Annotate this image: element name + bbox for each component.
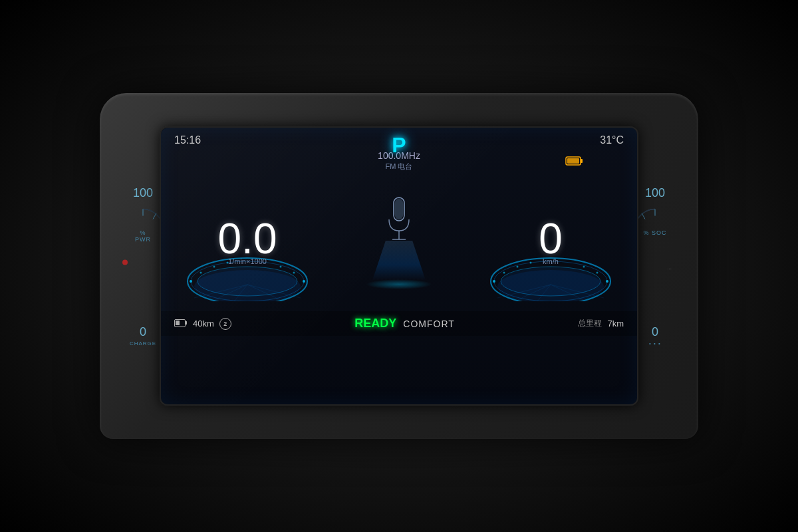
svg-point-38 — [503, 272, 505, 274]
lcd-screen: 15:16 P 31°C 100.0MHz FM 电台 — [160, 126, 638, 406]
dash-surround: 100 % PWR 0 CHARGE — [100, 93, 698, 439]
gauges-area: 0.0 1/min×1000 — [161, 175, 637, 308]
total-mileage-value: 7km — [607, 319, 624, 329]
speed-gauge-container: 0 km/h — [484, 182, 617, 301]
trip-meter-icon: 2 — [219, 318, 231, 330]
ready-status: READY — [354, 317, 396, 331]
bottom-left-info: 40km 2 — [174, 318, 231, 330]
speed-unit: km/h — [543, 257, 559, 265]
svg-point-20 — [303, 280, 305, 283]
speed-value: 0 — [539, 217, 563, 260]
right-gauge-label: % SOC — [644, 229, 667, 236]
svg-line-6 — [642, 213, 645, 219]
battery-warning-icon — [565, 154, 584, 170]
svg-rect-52 — [176, 321, 180, 325]
svg-point-41 — [606, 280, 608, 283]
bottom-center-status: READY COMFORT — [354, 317, 455, 331]
gear-display: P — [392, 133, 406, 158]
rpm-value: 0.0 — [218, 217, 277, 260]
total-mileage-label: 总里程 — [578, 318, 602, 329]
svg-point-18 — [213, 266, 215, 268]
svg-point-39 — [517, 266, 519, 268]
left-gauge-bottom-value: 0 — [140, 325, 146, 339]
svg-point-33 — [394, 198, 404, 220]
left-gauge-label: % PWR — [132, 229, 155, 243]
svg-point-43 — [583, 266, 585, 268]
center-hologram — [352, 194, 446, 289]
svg-point-21 — [293, 272, 295, 274]
svg-text:...: ... — [667, 265, 672, 271]
svg-point-40 — [530, 262, 532, 264]
svg-point-16 — [190, 280, 192, 283]
rpm-unit: 1/min×1000 — [228, 257, 267, 265]
right-gauge-dots: • • • — [649, 340, 661, 346]
svg-point-22 — [280, 266, 282, 268]
svg-point-37 — [493, 280, 495, 283]
top-bar: 15:16 P 31°C — [161, 128, 637, 146]
left-gauge-top-value: 100 — [133, 186, 153, 200]
svg-point-42 — [597, 272, 598, 274]
microphone-icon — [379, 194, 419, 247]
bottom-right-info: 总里程 7km — [578, 318, 624, 329]
battery-range: 40km — [193, 319, 214, 329]
drive-mode: COMFORT — [403, 319, 455, 329]
right-gauge-top-value: 100 — [645, 186, 665, 200]
rpm-gauge-container: 0.0 1/min×1000 — [181, 182, 314, 301]
svg-point-4 — [122, 260, 128, 265]
temperature-display: 31°C — [600, 134, 624, 146]
time-display: 15:16 — [174, 134, 201, 146]
left-gauge-charge-label: CHARGE — [130, 340, 156, 346]
right-gauge-bottom-value: 0 — [652, 325, 658, 339]
battery-small-icon — [174, 319, 188, 329]
svg-line-1 — [153, 213, 156, 219]
svg-rect-12 — [567, 158, 579, 164]
svg-rect-51 — [186, 321, 188, 325]
dashboard-frame: 100 % PWR 0 CHARGE — [0, 0, 798, 532]
svg-point-17 — [200, 272, 202, 274]
holo-base — [366, 279, 432, 289]
bottom-status-bar: 40km 2 READY COMFORT 总里程 7km — [161, 311, 637, 336]
svg-rect-11 — [581, 159, 583, 163]
